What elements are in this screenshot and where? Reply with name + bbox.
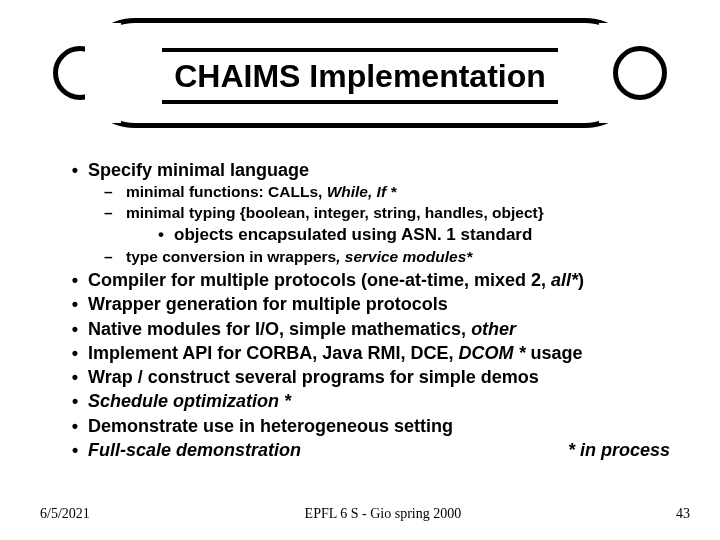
- slide-title: CHAIMS Implementation: [162, 48, 558, 104]
- bullet-2-text: Compiler for multiple protocols (one-at-…: [88, 268, 680, 292]
- bullet-2-post: ): [578, 270, 584, 290]
- bullet-8: • Demonstrate use in heterogeneous setti…: [62, 414, 680, 438]
- bullet-5: • Implement API for CORBA, Java RMI, DCE…: [62, 341, 680, 365]
- bullet-2: • Compiler for multiple protocols (one-a…: [62, 268, 680, 292]
- bullet-5-italic: DCOM *: [458, 343, 525, 363]
- bullet-dot: •: [62, 438, 88, 462]
- bullet-1a-italic: While, If *: [327, 183, 397, 200]
- bullet-9-label: Full-scale demonstration: [88, 438, 568, 462]
- footer-center: EPFL 6 S - Gio spring 2000: [90, 506, 676, 522]
- bullet-5-post: usage: [525, 343, 582, 363]
- footer-page: 43: [676, 506, 690, 522]
- bullet-1a-pre: minimal functions: CALLs,: [126, 183, 327, 200]
- bullet-1-text: Specify minimal language: [88, 158, 680, 182]
- dash-icon: –: [104, 182, 126, 203]
- dash-icon: –: [104, 203, 126, 224]
- bullet-9: • Full-scale demonstration * in process: [62, 438, 680, 462]
- bullet-2-italic: all*: [551, 270, 578, 290]
- bullet-9-note: * in process: [568, 438, 680, 462]
- bullet-1c: • objects encapsulated using ASN. 1 stan…: [148, 224, 680, 247]
- bullet-7: • Schedule optimization *: [62, 389, 680, 413]
- bullet-5-text: Implement API for CORBA, Java RMI, DCE, …: [88, 341, 680, 365]
- bullet-1d-text: type conversion in wrappers, service mod…: [126, 247, 680, 268]
- bullet-5-pre: Implement API for CORBA, Java RMI, DCE,: [88, 343, 458, 363]
- bullet-1a: – minimal functions: CALLs, While, If *: [104, 182, 680, 203]
- bullet-4-text: Native modules for I/O, simple mathemati…: [88, 317, 680, 341]
- bullet-dot: •: [62, 158, 88, 182]
- notch-mask-left: [85, 23, 121, 123]
- bullet-1b-text: minimal typing {boolean, integer, string…: [126, 203, 680, 224]
- title-shape: CHAIMS Implementation: [80, 18, 640, 128]
- footer-date: 6/5/2021: [40, 506, 90, 522]
- bullet-8-text: Demonstrate use in heterogeneous setting: [88, 414, 680, 438]
- bullet-4-pre: Native modules for I/O, simple mathemati…: [88, 319, 471, 339]
- bullet-1d-italic: , service modules*: [336, 248, 472, 265]
- bullet-1: • Specify minimal language: [62, 158, 680, 182]
- bullet-1d: – type conversion in wrappers, service m…: [104, 247, 680, 268]
- bullet-dot: •: [62, 317, 88, 341]
- bullet-1a-text: minimal functions: CALLs, While, If *: [126, 182, 680, 203]
- bullet-6-text: Wrap / construct several programs for si…: [88, 365, 680, 389]
- bullet-dot: •: [62, 365, 88, 389]
- bullet-3: • Wrapper generation for multiple protoc…: [62, 292, 680, 316]
- bullet-1c-text: objects encapsulated using ASN. 1 standa…: [174, 224, 680, 247]
- slide-body: • Specify minimal language – minimal fun…: [62, 158, 680, 462]
- bullet-dot: •: [62, 389, 88, 413]
- bullet-dot: •: [148, 224, 174, 247]
- bullet-dot: •: [62, 341, 88, 365]
- bullet-3-text: Wrapper generation for multiple protocol…: [88, 292, 680, 316]
- bullet-2-pre: Compiler for multiple protocols (one-at-…: [88, 270, 551, 290]
- bullet-7-text: Schedule optimization *: [88, 389, 680, 413]
- bullet-1d-pre: type conversion in wrappers: [126, 248, 336, 265]
- bullet-9-text: Full-scale demonstration * in process: [88, 438, 680, 462]
- bullet-6: • Wrap / construct several programs for …: [62, 365, 680, 389]
- dash-icon: –: [104, 247, 126, 268]
- notch-mask-right: [599, 23, 635, 123]
- bullet-dot: •: [62, 292, 88, 316]
- bullet-1b: – minimal typing {boolean, integer, stri…: [104, 203, 680, 224]
- bullet-4-italic: other: [471, 319, 516, 339]
- slide-footer: 6/5/2021 EPFL 6 S - Gio spring 2000 43: [40, 506, 690, 522]
- bullet-dot: •: [62, 414, 88, 438]
- bullet-dot: •: [62, 268, 88, 292]
- bullet-4: • Native modules for I/O, simple mathema…: [62, 317, 680, 341]
